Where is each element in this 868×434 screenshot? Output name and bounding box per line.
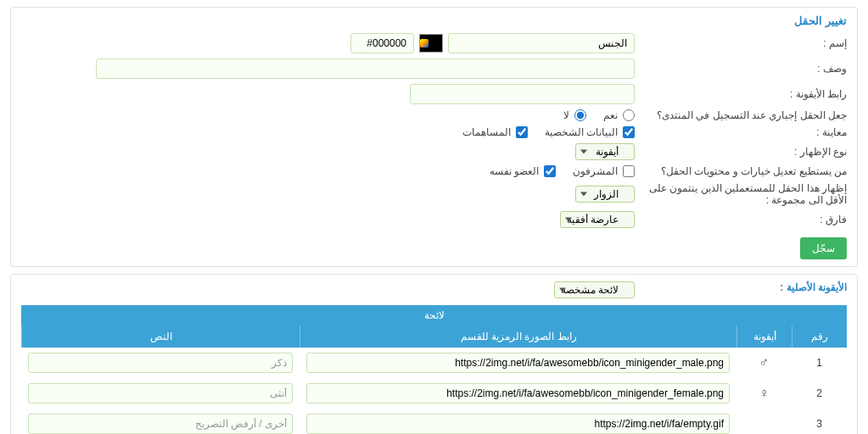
gender-icon <box>736 422 792 426</box>
row-icon-url: رابط الأيقونة : <box>11 81 857 107</box>
gender-icon: ♂ <box>736 353 792 372</box>
row-show-group: إظهار هذا الحقل للمستعملين الذين ينتمون … <box>11 180 857 209</box>
panel-title: تغيير الحقل <box>11 8 857 31</box>
icon-url-input[interactable] <box>410 84 635 104</box>
label-required: جعل الحقل إجباري عند التسجيل في المنتدى؟ <box>635 109 847 121</box>
table-row: 2♀ <box>21 378 847 409</box>
text-input[interactable] <box>28 353 293 373</box>
gender-icon: ♀ <box>736 384 792 403</box>
select-wrap: أيقونة <box>575 143 635 160</box>
chk-personal-label: البيانات الشخصية <box>545 126 618 138</box>
label-name: إسم : <box>635 37 847 49</box>
chk-contrib-label: المساهمات <box>462 126 511 138</box>
radio-yes-label: نعم <box>603 109 618 121</box>
select-list-type[interactable]: لائحة مشخصة <box>554 281 635 298</box>
color-picker-icon[interactable] <box>419 34 443 53</box>
url-input[interactable] <box>306 383 730 403</box>
save-button[interactable]: سجّل <box>800 237 847 259</box>
select-wrap: لائحة مشخصة <box>554 281 635 298</box>
cell-num: 1 <box>792 355 847 370</box>
row-display-type: نوع الإظهار : أيقونة <box>11 141 857 163</box>
select-separator[interactable]: عارضة أفقية <box>560 211 635 228</box>
select-group[interactable]: الزوار <box>575 186 635 203</box>
url-input[interactable] <box>306 414 730 434</box>
chk-self[interactable] <box>544 165 556 177</box>
table-row: 1♂ <box>21 348 847 378</box>
edit-field-panel: تغيير الحقل إسم : وصف : رابط الأيقونة : … <box>10 7 858 267</box>
chk-personal[interactable] <box>623 126 635 138</box>
table-body: 1♂2♀3 <box>21 348 847 434</box>
name-input[interactable] <box>448 33 635 53</box>
table-title-bar: لائحة <box>21 305 847 326</box>
label-preview: معاينة : <box>635 126 847 138</box>
cell-num: 3 <box>792 416 847 431</box>
table-row: 3 <box>21 409 847 434</box>
th-text: النص <box>21 326 300 348</box>
row-desc: وصف : <box>11 56 857 81</box>
label-show-group: إظهار هذا الحقل للمستعملين الذين ينتمون … <box>635 182 847 206</box>
row-required: جعل الحقل إجباري عند التسجيل في المنتدى؟… <box>11 107 857 124</box>
chk-mods-label: المشرفون <box>573 165 618 177</box>
radio-yes[interactable] <box>623 109 635 121</box>
color-input[interactable] <box>350 33 414 53</box>
select-display-type[interactable]: أيقونة <box>575 143 635 160</box>
chk-mods[interactable] <box>623 165 635 177</box>
desc-input[interactable] <box>96 58 635 79</box>
radio-no[interactable] <box>574 109 586 121</box>
row-separator: فارق : عارضة أفقية <box>11 209 857 231</box>
select-wrap: عارضة أفقية <box>560 211 635 228</box>
label-display-type: نوع الإظهار : <box>635 146 847 158</box>
select-wrap: الزوار <box>575 186 635 203</box>
chk-self-label: العضو نفسه <box>490 165 539 177</box>
chk-contrib[interactable] <box>516 126 528 138</box>
label-icon-url: رابط الأيقونة : <box>635 88 847 100</box>
table-header: رقم أيقونة رابط الصورة الرمزية للقسم الن… <box>21 326 847 348</box>
row-preview: معاينة : البيانات الشخصية المساهمات <box>11 124 857 141</box>
row-name: إسم : <box>11 31 857 56</box>
text-input[interactable] <box>28 383 293 403</box>
th-url: رابط الصورة الرمزية للقسم <box>300 326 736 348</box>
th-num: رقم <box>792 326 847 348</box>
text-input[interactable] <box>28 414 293 434</box>
label-desc: وصف : <box>635 63 847 75</box>
row-who-edit: من يستطيع تعديل خيارات و محتويات الحقل؟ … <box>11 163 857 180</box>
panel2-title: الأيقونة الأصلية : <box>635 281 847 298</box>
radio-no-label: لا <box>563 109 569 121</box>
label-separator: فارق : <box>635 214 847 225</box>
label-who-edit: من يستطيع تعديل خيارات و محتويات الحقل؟ <box>635 165 847 177</box>
icons-panel: الأيقونة الأصلية : لائحة مشخصة لائحة رقم… <box>10 274 858 434</box>
th-icon: أيقونة <box>736 326 792 348</box>
cell-num: 2 <box>792 386 847 401</box>
url-input[interactable] <box>306 353 730 373</box>
